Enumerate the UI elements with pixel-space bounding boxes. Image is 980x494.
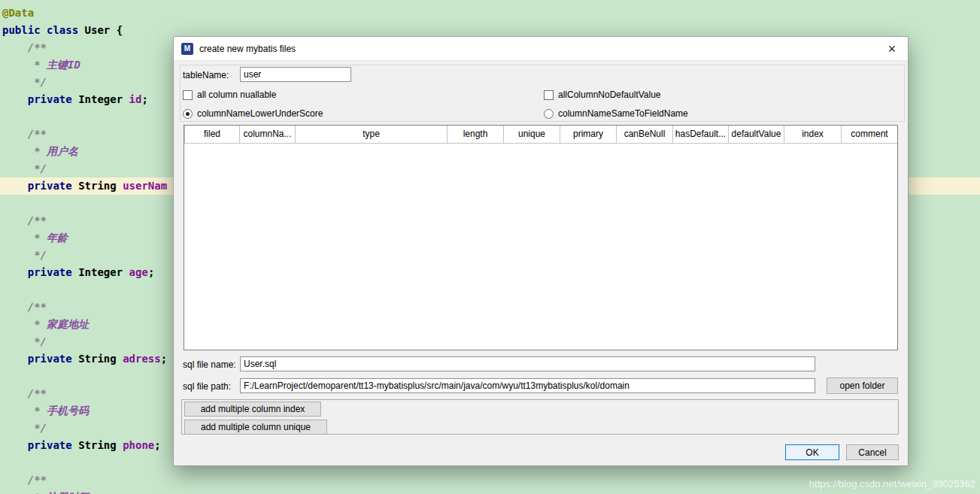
table-name-input[interactable]: [240, 67, 351, 82]
close-icon[interactable]: ×: [883, 42, 900, 56]
mybatis-plugin-icon: M: [181, 43, 193, 55]
add-multiple-column-unique-button[interactable]: add multiple column unique: [184, 420, 327, 435]
grid-column-header[interactable]: type: [296, 126, 448, 143]
ok-button[interactable]: OK: [785, 444, 839, 460]
all-column-no-default-checkbox[interactable]: allColumnNoDefaultValue: [544, 89, 661, 100]
csdn-watermark: https://blog.csdn.net/weixin_39025362: [809, 478, 975, 489]
sql-file-path-input[interactable]: [240, 378, 815, 393]
grid-header-row: filedcolumnNa...typelengthuniqueprimaryc…: [185, 126, 898, 143]
code-line: * 注册时间: [0, 489, 980, 494]
create-mybatis-files-dialog: M create new mybatis files × tableName: …: [173, 36, 909, 466]
sql-file-path-label: sql file path:: [183, 381, 231, 392]
grid-column-header[interactable]: length: [448, 126, 504, 143]
checkbox-icon: [183, 90, 193, 100]
cancel-button[interactable]: Cancel: [846, 444, 899, 460]
add-multiple-column-index-button[interactable]: add multiple column index: [184, 402, 321, 417]
sql-file-name-input[interactable]: [240, 356, 815, 371]
lower-underscore-radio[interactable]: columnNameLowerUnderScore: [183, 108, 323, 119]
grid-column-header[interactable]: defaultValue: [729, 126, 784, 143]
grid-column-header[interactable]: filed: [185, 126, 240, 143]
lower-underscore-label: columnNameLowerUnderScore: [197, 108, 323, 119]
grid-column-header[interactable]: index: [784, 126, 842, 143]
all-column-no-default-label: allColumnNoDefaultValue: [558, 89, 661, 100]
grid-column-header[interactable]: canBeNull: [617, 126, 673, 143]
sql-file-name-label: sql file name:: [183, 359, 236, 370]
open-folder-button[interactable]: open folder: [827, 377, 898, 394]
grid-column-header[interactable]: primary: [560, 126, 617, 143]
grid-column-header[interactable]: hasDefault...: [673, 126, 729, 143]
checkbox-icon: [544, 90, 554, 100]
dialog-titlebar[interactable]: M create new mybatis files ×: [174, 37, 908, 61]
all-column-nullable-checkbox[interactable]: all column nuallable: [183, 89, 276, 100]
grid-column-header[interactable]: unique: [504, 126, 560, 143]
table-name-label: tableName:: [183, 70, 229, 80]
same-to-field-label: columnNameSameToFieldName: [558, 108, 688, 119]
radio-selected-icon: [183, 109, 193, 119]
same-to-field-radio[interactable]: columnNameSameToFieldName: [544, 108, 688, 119]
grid-column-header[interactable]: comment: [842, 126, 898, 143]
all-column-nullable-label: all column nuallable: [197, 89, 276, 100]
dialog-title: create new mybatis files: [199, 44, 296, 54]
grid-column-header[interactable]: columnNa...: [240, 126, 296, 143]
code-line: @Data: [0, 5, 980, 22]
columns-grid: filedcolumnNa...typelengthuniqueprimaryc…: [184, 125, 898, 350]
radio-icon: [544, 109, 554, 119]
